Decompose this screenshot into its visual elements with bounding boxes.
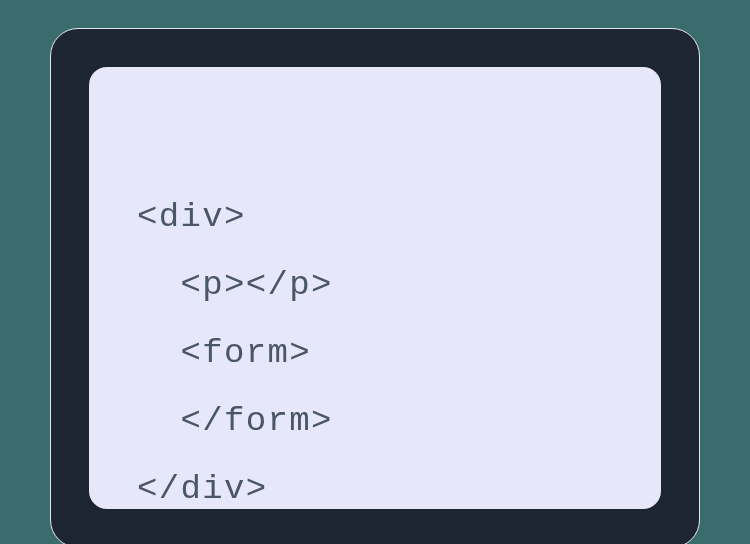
code-line: </div>: [137, 470, 268, 508]
code-panel: <div> <p></p> <form> </form> </div>: [89, 67, 661, 509]
code-frame: <div> <p></p> <form> </form> </div>: [50, 28, 700, 544]
code-block: <div> <p></p> <form> </form> </div>: [137, 115, 613, 544]
code-line: <div>: [137, 198, 246, 236]
code-line: </form>: [137, 402, 333, 440]
code-line: <p></p>: [137, 266, 333, 304]
code-line: <form>: [137, 334, 311, 372]
